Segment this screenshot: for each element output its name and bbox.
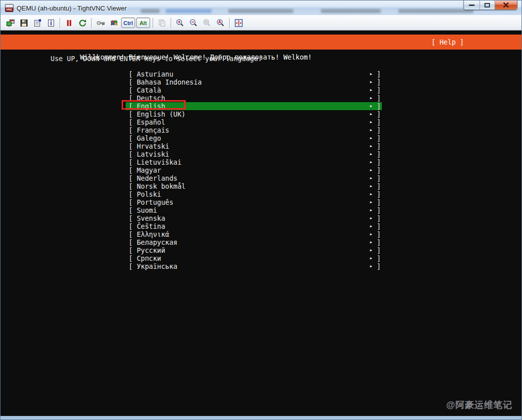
language-option[interactable]: [ Русский ▸ ] <box>126 246 382 254</box>
bracket-close: ] <box>377 94 381 102</box>
bracket-open: [ <box>129 78 133 86</box>
alt-toggle-button[interactable]: Alt <box>136 18 150 28</box>
submenu-arrow-icon: ▸ <box>369 150 373 158</box>
fullscreen-button[interactable] <box>232 17 245 29</box>
language-option[interactable]: [ Українська ▸ ] <box>126 262 382 270</box>
ctrl-toggle-button[interactable]: Ctrl <box>121 18 135 28</box>
watermark-text: @阿豪运维笔记 <box>446 399 512 411</box>
bracket-open: [ <box>129 86 133 94</box>
submenu-arrow-icon: ▸ <box>369 238 373 246</box>
bracket-open: [ <box>129 246 133 254</box>
bracket-close: ] <box>377 222 381 230</box>
language-option[interactable]: [ English (UK) ▸ ] <box>126 110 382 118</box>
close-button[interactable] <box>495 1 517 10</box>
bracket-open: [ <box>129 118 133 126</box>
win-key-button[interactable] <box>107 17 121 29</box>
language-option[interactable]: [ English ▸ ] <box>126 102 382 110</box>
submenu-arrow-icon: ▸ <box>369 158 373 166</box>
bracket-close: ] <box>377 150 381 158</box>
titlebar[interactable]: VNC QEMU (ah-ubuntu) - TightVNC Viewer <box>1 1 521 15</box>
zoom-in-button[interactable] <box>173 17 187 29</box>
bracket-open: [ <box>129 262 133 270</box>
bracket-close: ] <box>377 254 381 262</box>
language-option[interactable]: [ Español ▸ ] <box>126 118 382 126</box>
submenu-arrow-icon: ▸ <box>369 254 373 262</box>
zoom-auto-icon <box>216 19 225 28</box>
bracket-close: ] <box>377 86 381 94</box>
language-option[interactable]: [ Asturianu ▸ ] <box>126 70 382 78</box>
bracket-close: ] <box>377 102 381 110</box>
bracket-close: ] <box>377 110 381 118</box>
bracket-open: [ <box>129 126 133 134</box>
new-connection-icon <box>6 19 15 28</box>
language-option[interactable]: [ Беларуская ▸ ] <box>126 238 382 246</box>
bracket-open: [ <box>129 166 133 174</box>
maximize-button[interactable] <box>480 1 495 10</box>
submenu-arrow-icon: ▸ <box>369 118 373 126</box>
language-option[interactable]: [ Magyar ▸ ] <box>126 166 382 174</box>
save-icon <box>20 19 29 28</box>
new-connection-button[interactable] <box>4 17 17 29</box>
tightvnc-app-icon: VNC <box>5 4 14 12</box>
clipboard-transfer-button[interactable] <box>155 17 169 29</box>
language-option[interactable]: [ Српски ▸ ] <box>126 254 382 262</box>
language-label: Русский <box>137 246 369 254</box>
language-option[interactable]: [ Ελληνικά ▸ ] <box>126 230 382 238</box>
window-title: QEMU (ah-ubuntu) - TightVNC Viewer <box>17 4 127 12</box>
close-icon <box>503 3 509 8</box>
language-option[interactable]: [ Čeština ▸ ] <box>126 222 382 230</box>
bracket-close: ] <box>377 78 381 86</box>
save-button[interactable] <box>17 17 31 29</box>
language-option[interactable]: [ Bahasa Indonesia ▸ ] <box>126 78 382 86</box>
language-label: English (UK) <box>137 110 369 118</box>
language-label: Čeština <box>137 222 369 230</box>
language-label: Deutsch <box>137 94 369 102</box>
language-label: Nederlands <box>137 174 369 182</box>
language-option[interactable]: [ Norsk bokmål ▸ ] <box>126 182 382 190</box>
submenu-arrow-icon: ▸ <box>369 214 373 222</box>
bracket-close: ] <box>377 182 381 190</box>
submenu-arrow-icon: ▸ <box>369 134 373 142</box>
language-label: Español <box>137 118 369 126</box>
language-option[interactable]: [ Català ▸ ] <box>126 86 382 94</box>
pause-button[interactable] <box>62 17 76 29</box>
language-option[interactable]: [ Suomi ▸ ] <box>126 206 382 214</box>
language-label: Українська <box>137 262 369 270</box>
refresh-button[interactable] <box>76 17 89 29</box>
language-option[interactable]: [ Latviski ▸ ] <box>126 150 382 158</box>
language-option[interactable]: [ Nederlands ▸ ] <box>126 174 382 182</box>
minimize-button[interactable] <box>464 1 480 10</box>
language-label: Hrvatski <box>137 142 369 150</box>
bracket-open: [ <box>129 182 133 190</box>
language-option[interactable]: [ Polski ▸ ] <box>126 190 382 198</box>
bracket-close: ] <box>377 118 381 126</box>
bracket-close: ] <box>377 158 381 166</box>
language-option[interactable]: [ Svenska ▸ ] <box>126 214 382 222</box>
ctrl-alt-del-button[interactable] <box>94 17 107 29</box>
windows-key-icon <box>110 19 119 28</box>
connection-options-button[interactable] <box>31 17 44 29</box>
language-option[interactable]: [ Hrvatski ▸ ] <box>126 142 382 150</box>
bracket-close: ] <box>377 126 381 134</box>
language-label: Ελληνικά <box>137 230 369 238</box>
help-button[interactable]: [ Help ] <box>431 35 464 50</box>
bracket-close: ] <box>377 246 381 254</box>
minimize-icon <box>469 5 474 6</box>
maximize-icon <box>484 3 490 8</box>
clipboard-transfer-icon <box>158 19 167 28</box>
connection-info-button[interactable] <box>44 17 58 29</box>
bracket-open: [ <box>129 150 133 158</box>
language-option[interactable]: [ Português ▸ ] <box>126 198 382 206</box>
zoom-out-button[interactable] <box>187 17 200 29</box>
zoom-out-icon <box>189 19 198 28</box>
zoom-100-button[interactable] <box>200 17 214 29</box>
language-option[interactable]: [ Lietuviškai ▸ ] <box>126 158 382 166</box>
pause-icon <box>65 19 74 28</box>
vnc-framebuffer[interactable]: Willkommen! Bienvenue! Welcome! Добро по… <box>1 31 521 416</box>
language-option[interactable]: [ Galego ▸ ] <box>126 134 382 142</box>
zoom-auto-button[interactable] <box>214 17 227 29</box>
bracket-open: [ <box>129 206 133 214</box>
language-option[interactable]: [ Français ▸ ] <box>126 126 382 134</box>
language-option[interactable]: [ Deutsch ▸ ] <box>126 94 382 102</box>
bracket-close: ] <box>377 198 381 206</box>
